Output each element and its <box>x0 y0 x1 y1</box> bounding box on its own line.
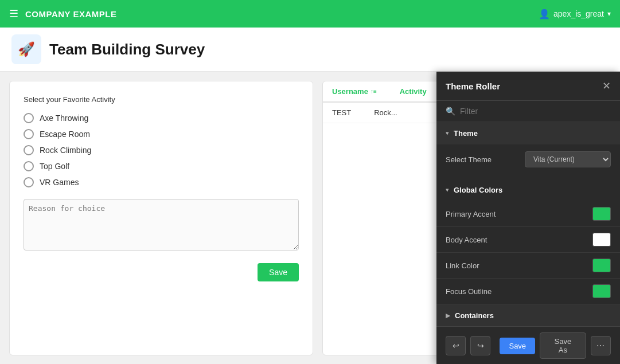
close-button[interactable]: ✕ <box>602 80 611 92</box>
col-username[interactable]: Username ↑≡ <box>332 87 377 96</box>
cell-username: TEST <box>332 108 351 117</box>
body-accent-row: Body Accent <box>436 227 620 253</box>
hamburger-icon[interactable]: ☰ <box>9 7 18 20</box>
page-header: 🚀 Team Building Survey <box>0 28 620 72</box>
radio-circle <box>24 177 34 187</box>
radio-item-vr-games[interactable]: VR Games <box>24 177 299 187</box>
radio-item-axe-throwing[interactable]: Axe Throwing <box>24 113 299 123</box>
filter-input[interactable] <box>460 107 611 116</box>
panel-body: ▾ Theme Select Theme Vita (Current) ▾ Gl… <box>436 122 620 326</box>
theme-section-content: Select Theme Vita (Current) <box>436 144 620 179</box>
theme-select-row: Select Theme Vita (Current) <box>446 151 611 167</box>
filter-search-icon: 🔍 <box>446 107 455 116</box>
focus-outline-label: Focus Outline <box>446 287 492 296</box>
nav-left: ☰ COMPANY EXAMPLE <box>9 7 116 20</box>
reason-textarea[interactable] <box>24 199 299 251</box>
top-navigation: ☰ COMPANY EXAMPLE 👤 apex_is_great ▾ <box>0 0 620 28</box>
filter-row: 🔍 <box>436 101 620 122</box>
global-colors-title: Global Colors <box>454 186 502 194</box>
col-activity-label: Activity <box>400 87 427 96</box>
panel-saveas-button[interactable]: Save As <box>540 332 586 359</box>
radio-label: VR Games <box>40 178 79 187</box>
survey-card: Select your Favorite Activity Axe Throwi… <box>9 81 313 355</box>
focus-outline-swatch[interactable] <box>592 284 611 298</box>
radio-circle <box>24 113 34 123</box>
panel-title: Theme Roller <box>446 81 500 91</box>
radio-circle <box>24 129 34 139</box>
primary-accent-swatch[interactable] <box>592 207 611 221</box>
panel-more-button[interactable]: ⋯ <box>591 336 611 355</box>
radio-label: Top Golf <box>40 162 69 171</box>
radio-item-escape-room[interactable]: Escape Room <box>24 129 299 139</box>
radio-circle <box>24 145 34 155</box>
global-colors-chevron-icon: ▾ <box>446 186 449 194</box>
theme-select-label: Select Theme <box>446 155 492 164</box>
app-logo: 🚀 <box>11 34 41 64</box>
undo-button[interactable]: ↩ <box>446 336 466 355</box>
link-color-row: Link Color <box>436 253 620 279</box>
survey-question: Select your Favorite Activity <box>24 95 299 104</box>
theme-chevron-icon: ▾ <box>446 130 449 137</box>
username-label: apex_is_great <box>553 9 604 18</box>
cell-activity: Rock... <box>374 108 397 117</box>
logo-emoji: 🚀 <box>18 41 35 57</box>
focus-outline-row: Focus Outline <box>436 279 620 304</box>
theme-roller-panel: Theme Roller ✕ 🔍 ▾ Theme Select Theme Vi… <box>436 72 620 364</box>
user-icon: 👤 <box>539 9 550 19</box>
redo-button[interactable]: ↪ <box>470 336 490 355</box>
col-username-label: Username <box>332 87 368 96</box>
containers-chevron-icon: ▶ <box>446 312 450 319</box>
global-colors-section-header[interactable]: ▾ Global Colors <box>436 179 620 201</box>
radio-label: Rock Climbing <box>40 146 91 155</box>
sort-icon[interactable]: ↑≡ <box>371 88 377 95</box>
panel-header: Theme Roller ✕ <box>436 72 620 101</box>
radio-label: Axe Throwing <box>40 113 88 123</box>
containers-section-header[interactable]: ▶ Containers <box>436 304 620 326</box>
user-chevron-icon[interactable]: ▾ <box>607 10 611 18</box>
col-activity[interactable]: Activity <box>400 87 427 96</box>
radio-group: Axe Throwing Escape Room Rock Climbing T… <box>24 113 299 187</box>
nav-right: 👤 apex_is_great ▾ <box>539 9 611 19</box>
main-content: Select your Favorite Activity Axe Throwi… <box>0 72 620 364</box>
primary-accent-row: Primary Accent <box>436 201 620 227</box>
radio-label: Escape Room <box>40 130 90 139</box>
page-title: Team Building Survey <box>49 41 205 58</box>
containers-title: Containers <box>455 311 494 320</box>
theme-section-header[interactable]: ▾ Theme <box>436 122 620 144</box>
link-color-label: Link Color <box>446 261 479 270</box>
theme-select-dropdown[interactable]: Vita (Current) <box>525 151 611 167</box>
panel-footer: ↩ ↪ Save Save As ⋯ <box>436 326 620 364</box>
survey-save-button[interactable]: Save <box>258 263 299 281</box>
link-color-swatch[interactable] <box>592 259 611 272</box>
radio-item-rock-climbing[interactable]: Rock Climbing <box>24 145 299 155</box>
radio-circle <box>24 161 34 171</box>
body-accent-swatch[interactable] <box>592 233 611 246</box>
theme-section-title: Theme <box>454 129 478 138</box>
body-accent-label: Body Accent <box>446 236 487 244</box>
primary-accent-label: Primary Accent <box>446 210 496 218</box>
panel-save-button[interactable]: Save <box>500 338 535 354</box>
radio-item-top-golf[interactable]: Top Golf <box>24 161 299 171</box>
app-title: COMPANY EXAMPLE <box>25 9 116 19</box>
